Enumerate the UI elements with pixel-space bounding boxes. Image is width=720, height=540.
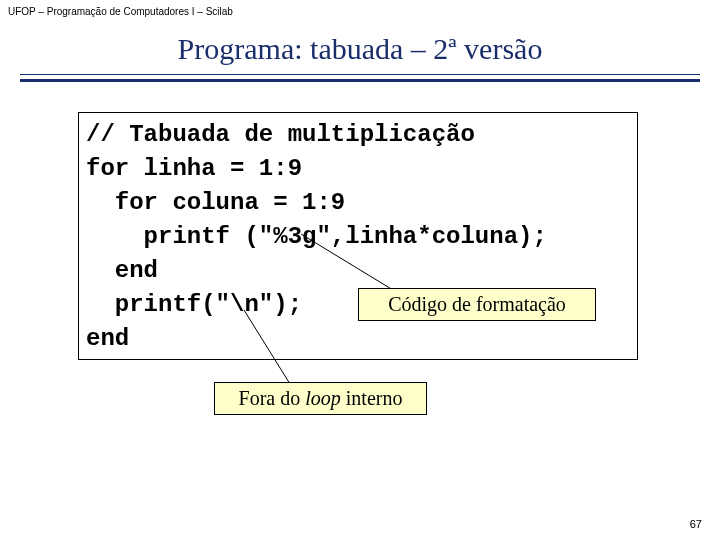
callout-loop-suffix: interno — [341, 387, 403, 409]
code-line: printf ("%3g",linha*coluna); — [86, 223, 547, 250]
code-line: printf("\n"); — [86, 291, 302, 318]
code-line: end — [86, 257, 158, 284]
callout-loop-italic: loop — [305, 387, 341, 409]
callout-loop-prefix: Fora do — [239, 387, 306, 409]
course-header: UFOP – Programação de Computadores I – S… — [8, 6, 233, 17]
title-underline — [20, 74, 700, 82]
code-line: for coluna = 1:9 — [86, 189, 345, 216]
slide-title: Programa: tabuada – 2ª versão — [0, 32, 720, 66]
callout-format: Código de formatação — [358, 288, 596, 321]
page-number: 67 — [690, 518, 702, 530]
code-line: // Tabuada de multiplicação — [86, 121, 475, 148]
code-line: for linha = 1:9 — [86, 155, 302, 182]
code-line: end — [86, 325, 129, 352]
callout-loop: Fora do loop interno — [214, 382, 427, 415]
